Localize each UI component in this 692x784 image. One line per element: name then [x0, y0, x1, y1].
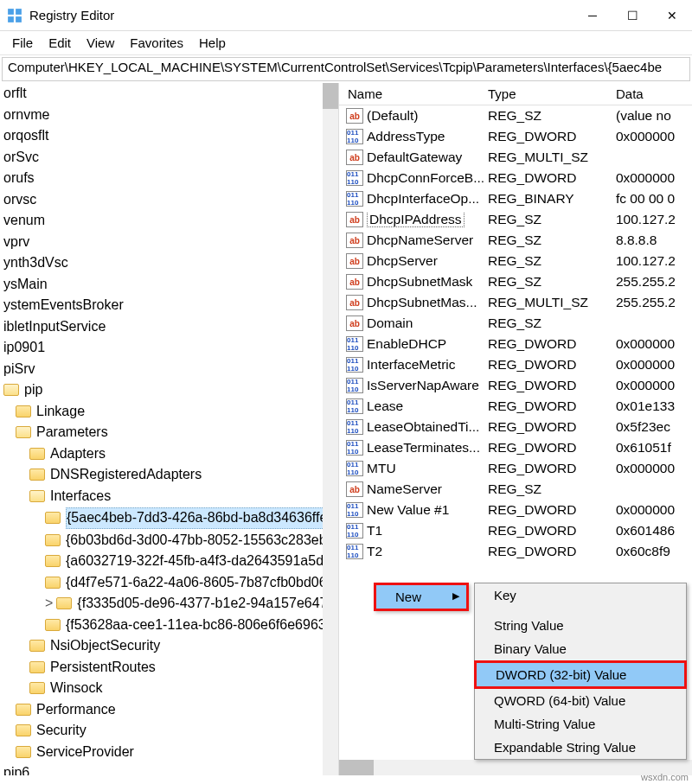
col-name[interactable]: Name	[339, 86, 488, 101]
tree-item[interactable]: Parameters	[0, 422, 338, 443]
tree-item[interactable]: Winsock	[0, 678, 338, 699]
ctx-dword[interactable]: DWORD (32-bit) Value	[474, 660, 687, 689]
list-row[interactable]: 011 110DhcpInterfaceOp...REG_BINARYfc 00…	[339, 188, 692, 209]
menu-view[interactable]: View	[80, 34, 121, 52]
tree-item[interactable]: Adapters	[0, 443, 338, 465]
list-row[interactable]: abDefaultGatewayREG_MULTI_SZ	[339, 147, 692, 168]
tree-item[interactable]: ibletInputService	[0, 316, 338, 338]
list-scrollbar-h[interactable]	[339, 760, 692, 775]
value-name: MTU	[367, 461, 488, 476]
tree-item[interactable]: venum	[0, 210, 338, 232]
tree-item[interactable]: {d4f7e571-6a22-4a06-8605-7b87cfb0bd06}	[0, 572, 338, 594]
tree-item[interactable]: vprv	[0, 232, 338, 253]
ctx-string[interactable]: String Value	[475, 614, 686, 637]
folder-icon	[16, 704, 31, 716]
binary-icon: 011 110	[346, 357, 363, 373]
tree-item[interactable]: >{f3335d05-de96-4377-b1e2-94a157e647b0	[0, 593, 338, 615]
tree-item[interactable]: orvsc	[0, 189, 338, 211]
list-row[interactable]: 011 110EnableDHCPREG_DWORD0x000000	[339, 334, 692, 354]
list-row[interactable]: abNameServerREG_SZ	[339, 479, 692, 500]
svg-rect-0	[8, 9, 14, 15]
col-data[interactable]: Data	[616, 86, 692, 101]
tree-item[interactable]: ystemEventsBroker	[0, 295, 338, 316]
list-row[interactable]: 011 110InterfaceMetricREG_DWORD0x000000	[339, 354, 692, 375]
tree-item[interactable]: ysMain	[0, 274, 338, 296]
address-bar[interactable]: Computer\HKEY_LOCAL_MACHINE\SYSTEM\Curre…	[2, 57, 690, 81]
tree-item[interactable]: orSvc	[0, 147, 338, 169]
close-button[interactable]: ✕	[652, 0, 692, 31]
value-name: IsServerNapAware	[367, 378, 488, 393]
value-type: REG_SZ	[488, 233, 616, 248]
ctx-expand[interactable]: Expandable String Value	[475, 736, 686, 759]
list-scroll-thumb-h[interactable]	[339, 760, 374, 775]
chevron-right-icon: ▶	[452, 590, 459, 602]
list-row[interactable]: abDhcpSubnetMaskREG_SZ255.255.2	[339, 271, 692, 292]
tree-item[interactable]: Performance	[0, 699, 338, 721]
tree-item[interactable]: {5aec4beb-7dd3-426a-86bd-ba8d34636ffe}	[0, 507, 338, 530]
value-data: 0x5f23ec	[616, 419, 692, 435]
tree-item[interactable]: NsiObjectSecurity	[0, 635, 338, 657]
list-row[interactable]: 011 110New Value #1REG_DWORD0x000000	[339, 500, 692, 520]
list-row[interactable]: abDhcpNameServerREG_SZ8.8.8.8	[339, 230, 692, 251]
tree-item[interactable]: DNSRegisteredAdapters	[0, 464, 338, 486]
tree-item-label: ynth3dVsc	[3, 253, 68, 273]
tree-item[interactable]: {a6032719-322f-45fb-a4f3-da2643591a5d}	[0, 551, 338, 572]
list-row[interactable]: 011 110LeaseObtainedTi...REG_DWORD0x5f23…	[339, 417, 692, 437]
tree-item[interactable]: ServiceProvider	[0, 742, 338, 763]
ctx-qword[interactable]: QWORD (64-bit) Value	[475, 689, 686, 712]
list-row[interactable]: 011 110AddressTypeREG_DWORD0x000000	[339, 126, 692, 147]
tree-item[interactable]: piSrv	[0, 359, 338, 380]
watermark: wsxdn.com	[641, 772, 689, 782]
app-icon	[7, 8, 22, 23]
tree-item[interactable]: Interfaces	[0, 486, 338, 507]
tree-item[interactable]: orflt	[0, 83, 338, 105]
value-type: REG_DWORD	[488, 544, 616, 559]
tree-item[interactable]: pip6	[0, 762, 338, 775]
list-row[interactable]: abDomainREG_SZ	[339, 313, 692, 334]
ctx-multi[interactable]: Multi-String Value	[475, 712, 686, 736]
col-type[interactable]: Type	[488, 86, 616, 101]
folder-icon	[45, 512, 61, 524]
value-type: REG_MULTI_SZ	[488, 295, 616, 310]
list-row[interactable]: 011 110T2REG_DWORD0x60c8f9	[339, 541, 692, 562]
minimize-button[interactable]: ─	[573, 0, 612, 31]
ctx-key[interactable]: Key	[475, 583, 686, 607]
list-row[interactable]: abDhcpServerREG_SZ100.127.2	[339, 251, 692, 271]
menu-edit[interactable]: Edit	[42, 34, 78, 52]
ctx-binary[interactable]: Binary Value	[475, 637, 686, 660]
tree-item[interactable]: ynth3dVsc	[0, 252, 338, 274]
tree-item[interactable]: {6b03bd6d-3d00-47bb-8052-15563c283ebe	[0, 530, 338, 551]
folder-icon	[29, 448, 45, 460]
list-header: Name Type Data	[339, 83, 692, 105]
tree-item[interactable]: ornvme	[0, 105, 338, 126]
tree-item[interactable]: orufs	[0, 168, 338, 189]
ctx-new[interactable]: New ▶	[376, 585, 466, 609]
value-name: DhcpNameServer	[367, 233, 488, 248]
list-row[interactable]: 011 110LeaseREG_DWORD0x01e133	[339, 396, 692, 417]
tree-item[interactable]: PersistentRoutes	[0, 657, 338, 679]
value-type: REG_DWORD	[488, 170, 616, 186]
binary-icon: 011 110	[346, 129, 363, 144]
value-data: 100.127.2	[616, 253, 692, 269]
list-row[interactable]: abDhcpIPAddressREG_SZ100.127.2	[339, 209, 692, 230]
tree-item[interactable]: Linkage	[0, 401, 338, 423]
list-row[interactable]: ab(Default)REG_SZ(value no	[339, 105, 692, 126]
list-row[interactable]: abDhcpSubnetMas...REG_MULTI_SZ255.255.2	[339, 292, 692, 313]
tree-scrollbar[interactable]	[323, 83, 338, 775]
maximize-button[interactable]: ☐	[612, 0, 652, 31]
list-row[interactable]: 011 110LeaseTerminates...REG_DWORD0x6105…	[339, 437, 692, 458]
menu-favorites[interactable]: Favorites	[123, 34, 190, 52]
list-row[interactable]: 011 110T1REG_DWORD0x601486	[339, 520, 692, 541]
tree-item[interactable]: Security	[0, 720, 338, 742]
tree-item[interactable]: ip0901	[0, 337, 338, 359]
tree-item-label: orvsc	[3, 190, 36, 210]
tree-item[interactable]: {f53628aa-cee1-11ea-bc86-806e6f6e6963}	[0, 615, 338, 636]
tree-item[interactable]: pip	[0, 379, 338, 401]
menu-help[interactable]: Help	[192, 34, 233, 52]
list-row[interactable]: 011 110MTUREG_DWORD0x000000	[339, 458, 692, 479]
list-row[interactable]: 011 110DhcpConnForceB...REG_DWORD0x00000…	[339, 168, 692, 188]
menu-file[interactable]: File	[5, 34, 40, 52]
tree-item[interactable]: orqosflt	[0, 125, 338, 147]
list-row[interactable]: 011 110IsServerNapAwareREG_DWORD0x000000	[339, 375, 692, 396]
tree-scroll-thumb[interactable]	[323, 83, 338, 109]
